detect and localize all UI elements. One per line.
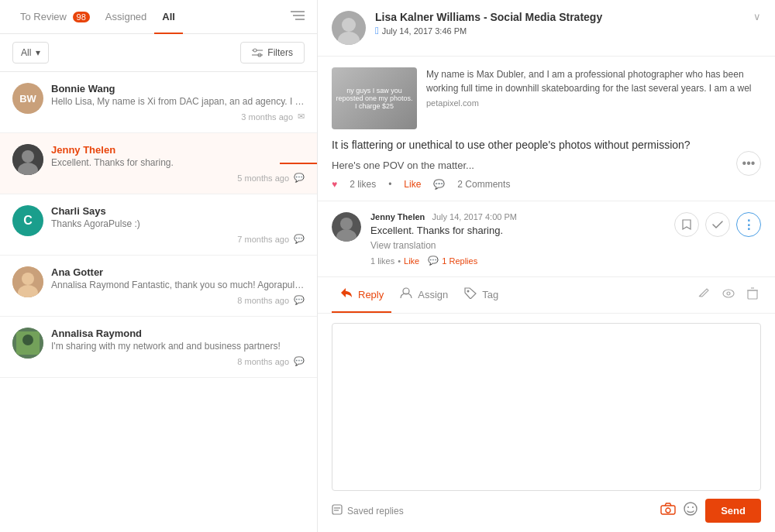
edit-button[interactable] — [694, 284, 713, 306]
preview-button[interactable] — [719, 284, 738, 306]
reply-textarea[interactable] — [332, 323, 761, 491]
conv-name: Charli Says — [51, 205, 305, 217]
post-body: ny guys I saw you reposted one my photos… — [318, 57, 775, 201]
more-options-button[interactable]: ••• — [736, 151, 761, 176]
avatar — [12, 144, 43, 175]
tab-tag[interactable]: Tag — [456, 277, 506, 313]
avatar: BW — [12, 83, 43, 114]
thumbnail-text: ny guys I saw you reposted one my photos… — [332, 84, 417, 113]
conv-time: 8 months ago — [237, 296, 289, 305]
svg-point-34 — [666, 508, 670, 513]
tab-assigned[interactable]: Assigned — [98, 0, 154, 34]
post-source:  July 14, 2017 3:46 PM — [375, 25, 744, 36]
svg-point-17 — [22, 335, 33, 345]
svg-point-26 — [723, 290, 734, 297]
comment-icon: 💬 — [294, 295, 305, 305]
conversation-item-annalisa[interactable]: Annalisa Raymond I'm sharing with my net… — [0, 317, 317, 378]
heart-icon: ♥ — [332, 179, 337, 190]
avatar — [12, 266, 43, 297]
comment-icon: 💬 — [433, 179, 445, 190]
tab-assign[interactable]: Assign — [391, 277, 456, 313]
post-teaser: Here's one POV on the matter... — [332, 160, 736, 171]
left-panel: To Review 98 Assigned All All ▾ Filters … — [0, 0, 318, 532]
conv-time: 7 months ago — [237, 235, 289, 244]
conv-time: 3 months ago — [241, 112, 293, 122]
tag-icon — [463, 287, 477, 302]
bookmark-button[interactable] — [674, 212, 699, 237]
svg-point-35 — [684, 503, 697, 515]
filter-dropdown[interactable]: All ▾ — [12, 42, 49, 63]
sort-icon[interactable] — [291, 10, 305, 23]
conv-name: Bonnie Wang — [51, 83, 305, 94]
view-translation-link[interactable]: View translation — [370, 240, 436, 251]
replies-button[interactable]: 1 Replies — [442, 256, 477, 266]
conv-preview: Hello Lisa, My name is Xi from DAC japan… — [51, 96, 305, 107]
post-reactions: ♥ 2 likes • Like 💬 2 Comments — [332, 179, 736, 190]
svg-point-22 — [340, 218, 353, 230]
filter-row: All ▾ Filters — [0, 34, 317, 72]
svg-point-13 — [22, 273, 34, 285]
comment-meta: Jenny Thelen July 14, 2017 4:00 PM — [370, 212, 665, 221]
avatar — [12, 328, 43, 359]
conversation-item-charli[interactable]: C Charli Says Thanks AgoraPulse :) 7 mon… — [0, 194, 317, 256]
checkmark-button[interactable] — [705, 212, 730, 237]
saved-replies-icon — [332, 504, 343, 517]
comment-action-icons: ⋮ — [674, 212, 761, 237]
filters-button[interactable]: Filters — [240, 42, 305, 63]
tab-all[interactable]: All — [154, 0, 183, 34]
like-button[interactable]: Like — [404, 179, 421, 190]
post-thumbnail: ny guys I saw you reposted one my photos… — [332, 67, 417, 129]
like-comment-button[interactable]: Like — [404, 256, 419, 266]
chevron-down-icon: ▾ — [36, 47, 40, 58]
svg-point-27 — [727, 292, 730, 295]
reply-bar: Reply Assign Tag — [318, 277, 775, 314]
email-icon: ✉ — [298, 112, 305, 122]
post-link: petapixel.com — [426, 98, 761, 108]
conv-name: Jenny Thelen — [51, 144, 305, 156]
comment-icon: 💬 — [294, 173, 305, 183]
comment-actions-row: 1 likes • Like 💬 1 Replies — [370, 256, 665, 266]
selection-arrow — [280, 163, 317, 164]
camera-icon[interactable] — [660, 503, 676, 519]
collapse-icon[interactable]: ∨ — [753, 11, 761, 22]
right-panel: Lisa Kalner Williams - Social Media Stra… — [318, 0, 775, 532]
assign-icon — [399, 287, 413, 302]
conv-preview: Annalisa Raymond Fantastic, thank you so… — [51, 280, 305, 290]
svg-point-3 — [253, 49, 257, 52]
conv-name: Ana Gotter — [51, 266, 305, 278]
conversation-item-bonnie[interactable]: BW Bonnie Wang Hello Lisa, My name is Xi… — [0, 72, 317, 133]
tab-reply[interactable]: Reply — [332, 277, 391, 313]
tab-bar: To Review 98 Assigned All — [0, 0, 317, 34]
svg-point-25 — [467, 290, 470, 293]
tab-to-review[interactable]: To Review 98 — [12, 0, 98, 34]
comment-icon: 💬 — [294, 356, 305, 366]
svg-point-19 — [342, 18, 356, 32]
conv-preview: I'm sharing with my network and and busi… — [51, 341, 305, 352]
avatar: C — [12, 205, 43, 236]
more-comment-options-button[interactable]: ⋮ — [736, 212, 761, 237]
conversation-item-ana[interactable]: Ana Gotter Annalisa Raymond Fantastic, t… — [0, 256, 317, 317]
facebook-icon:  — [375, 25, 379, 36]
svg-point-36 — [687, 506, 689, 508]
comment-text: Excellent. Thanks for sharing. — [370, 225, 665, 236]
conversation-item-jenny[interactable]: Jenny Thelen Excellent. Thanks for shari… — [0, 133, 317, 194]
conversation-list: BW Bonnie Wang Hello Lisa, My name is Xi… — [0, 72, 317, 532]
post-author-avatar — [332, 11, 366, 45]
conv-name: Annalisa Raymond — [51, 328, 305, 339]
reply-compose: Saved replies Send — [318, 314, 775, 532]
comment-section: Jenny Thelen July 14, 2017 4:00 PM Excel… — [318, 201, 775, 277]
conv-time: 5 months ago — [237, 173, 289, 183]
reply-icon — [339, 287, 353, 302]
delete-button[interactable] — [744, 284, 761, 306]
send-button[interactable]: Send — [705, 499, 761, 523]
post-question: It is flattering or unethical to use oth… — [332, 137, 736, 153]
conv-preview: Thanks AgoraPulse :) — [51, 218, 305, 229]
svg-rect-30 — [332, 505, 342, 514]
emoji-icon[interactable] — [684, 502, 698, 520]
svg-point-10 — [22, 150, 34, 163]
conv-time: 8 months ago — [237, 357, 289, 366]
comment-icon: 💬 — [294, 234, 305, 244]
conv-preview: Excellent. Thanks for sharing. — [51, 157, 305, 168]
saved-replies-button[interactable]: Saved replies — [332, 504, 404, 517]
post-header: Lisa Kalner Williams - Social Media Stra… — [318, 0, 775, 57]
